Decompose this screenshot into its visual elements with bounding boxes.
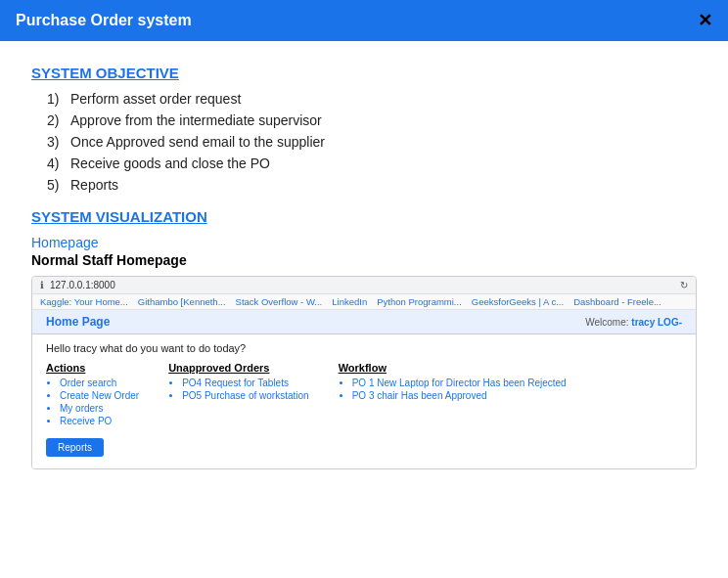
bookmarks-bar: Kaggle: Your Home...Githambo [Kenneth...… <box>32 294 696 310</box>
bookmark-item[interactable]: LinkedIn <box>332 296 367 307</box>
main-content: SYSTEM OBJECTIVE 1)Perform asset order r… <box>0 41 728 493</box>
list-num: 2) <box>47 112 65 128</box>
list-text: Receive goods and close the PO <box>70 156 270 171</box>
reload-icon: ↻ <box>680 280 688 290</box>
system-objective-list: 1)Perform asset order request2)Approve f… <box>31 91 697 193</box>
normal-homepage-label: Normal Staff Homepage <box>31 252 697 268</box>
logout-label[interactable]: LOG- <box>658 317 682 328</box>
list-item[interactable]: PO4 Request for Tablets <box>182 378 309 388</box>
info-icon: ℹ <box>40 280 44 290</box>
bookmark-item[interactable]: Stack Overflow - W... <box>236 296 323 307</box>
unapproved-title: Unapproved Orders <box>168 362 309 374</box>
app-greeting: Hello tracy what do you want to do today… <box>46 342 682 354</box>
workflow-title: Workflow <box>339 362 567 374</box>
window-title: Purchase Order system <box>16 12 192 29</box>
app-content: Home Page Welcome: tracy LOG- Hello trac… <box>32 310 696 468</box>
app-body: Hello tracy what do you want to do today… <box>32 334 696 468</box>
bookmark-item[interactable]: Kaggle: Your Home... <box>40 296 128 307</box>
app-header: Home Page Welcome: tracy LOG- <box>32 310 696 334</box>
list-text: Perform asset order request <box>70 91 241 107</box>
list-item[interactable]: Receive PO <box>60 416 139 426</box>
workflow-list: PO 1 New Laptop for Director Has been Re… <box>339 378 567 401</box>
list-item: 3)Once Approved send email to the suppli… <box>47 134 697 150</box>
actions-list: Order searchCreate New OrderMy ordersRec… <box>46 378 139 426</box>
list-item[interactable]: My orders <box>60 403 139 414</box>
reports-button[interactable]: Reports <box>46 438 104 457</box>
username-display: tracy <box>631 317 655 328</box>
browser-mockup: ℹ 127.0.0.1:8000 ↻ Kaggle: Your Home...G… <box>31 276 697 469</box>
actions-title: Actions <box>46 362 139 374</box>
app-header-title: Home Page <box>46 315 110 329</box>
homepage-label: Homepage <box>31 235 697 250</box>
list-num: 4) <box>47 156 65 171</box>
list-text: Reports <box>70 177 118 193</box>
list-item: PO 3 chair Has been Approved <box>352 390 567 401</box>
unapproved-list: PO4 Request for TabletsPO5 Purchase of w… <box>168 378 309 401</box>
list-item: 4)Receive goods and close the PO <box>47 156 697 171</box>
list-item[interactable]: Create New Order <box>60 390 139 401</box>
system-objective-section: SYSTEM OBJECTIVE 1)Perform asset order r… <box>31 65 697 193</box>
url-display: 127.0.0.1:8000 <box>50 280 674 290</box>
bookmark-item[interactable]: Githambo [Kenneth... <box>138 296 226 307</box>
list-item: PO 1 New Laptop for Director Has been Re… <box>352 378 567 388</box>
list-item[interactable]: Order search <box>60 378 139 388</box>
list-text: Once Approved send email to the supplier <box>70 134 325 150</box>
list-num: 3) <box>47 134 65 150</box>
list-item[interactable]: PO5 Purchase of workstation <box>182 390 309 401</box>
welcome-text: Welcome: <box>585 317 628 328</box>
close-button[interactable]: ✕ <box>698 10 712 31</box>
bookmark-item[interactable]: Python Programmi... <box>377 296 462 307</box>
list-item: 2)Approve from the intermediate supervis… <box>47 112 697 128</box>
system-visualization-heading: SYSTEM VISUALIZATION <box>31 208 697 225</box>
system-objective-heading: SYSTEM OBJECTIVE <box>31 65 697 81</box>
system-visualization-section: SYSTEM VISUALIZATION Homepage Normal Sta… <box>31 208 697 268</box>
address-bar: ℹ 127.0.0.1:8000 ↻ <box>32 277 696 294</box>
list-num: 5) <box>47 177 65 193</box>
list-item: 1)Perform asset order request <box>47 91 697 107</box>
app-header-right: Welcome: tracy LOG- <box>585 317 682 328</box>
app-columns: Actions Order searchCreate New OrderMy o… <box>46 362 682 457</box>
unapproved-column: Unapproved Orders PO4 Request for Tablet… <box>168 362 309 457</box>
list-num: 1) <box>47 91 65 107</box>
actions-column: Actions Order searchCreate New OrderMy o… <box>46 362 139 457</box>
bookmark-item[interactable]: Dashboard - Freele... <box>573 296 661 307</box>
title-bar: Purchase Order system ✕ <box>0 0 728 41</box>
bookmark-item[interactable]: GeeksforGeeks | A c... <box>472 296 564 307</box>
list-text: Approve from the intermediate supervisor <box>70 112 322 128</box>
workflow-column: Workflow PO 1 New Laptop for Director Ha… <box>339 362 567 457</box>
list-item: 5)Reports <box>47 177 697 193</box>
